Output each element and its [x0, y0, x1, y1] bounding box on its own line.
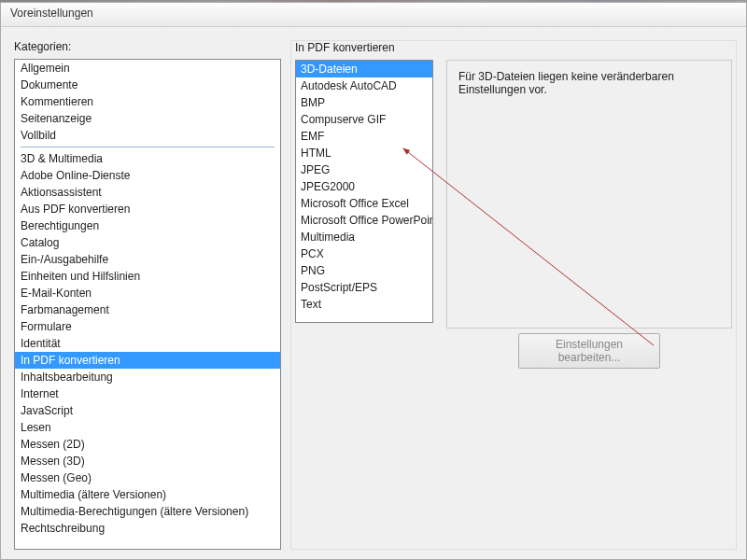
format-item[interactable]: PCX — [296, 245, 433, 262]
format-item[interactable]: EMF — [296, 128, 433, 145]
category-item[interactable]: Adobe Online-Dienste — [15, 167, 280, 184]
category-item[interactable]: Seitenanzeige — [15, 110, 280, 127]
window-title: Voreinstellungen — [10, 7, 93, 20]
category-item[interactable]: Rechtschreibung — [15, 520, 280, 537]
format-item[interactable]: BMP — [296, 94, 433, 111]
formats-listbox[interactable]: 3D-DateienAutodesk AutoCADBMPCompuserve … — [295, 60, 433, 323]
category-separator — [21, 147, 275, 147]
category-item[interactable]: Messen (3D) — [15, 453, 280, 469]
category-item[interactable]: Einheiten und Hilfslinien — [15, 268, 280, 285]
category-item[interactable]: Lesen — [15, 419, 280, 436]
format-item[interactable]: Multimedia — [296, 229, 433, 245]
category-item[interactable]: Farbmanagement — [15, 301, 280, 318]
right-panel-header: In PDF konvertieren — [291, 41, 736, 60]
category-item[interactable]: Aus PDF konvertieren — [15, 201, 280, 217]
category-item[interactable]: Dokumente — [15, 77, 280, 93]
category-item[interactable]: 3D & Multimedia — [15, 150, 280, 167]
categories-listbox[interactable]: AllgemeinDokumenteKommentierenSeitenanze… — [14, 59, 281, 550]
category-item[interactable]: Identität — [15, 335, 280, 352]
category-item[interactable]: Inhaltsbearbeitung — [15, 369, 280, 385]
category-item[interactable]: JavaScript — [15, 402, 280, 419]
edit-settings-button[interactable]: Einstellungen bearbeiten... — [518, 333, 660, 369]
format-item[interactable]: 3D-Dateien — [296, 61, 433, 77]
category-item[interactable]: Aktionsassistent — [15, 184, 280, 201]
format-item[interactable]: Text — [296, 296, 433, 313]
category-item[interactable]: Multimedia-Berechtigungen (ältere Versio… — [15, 503, 280, 520]
format-item[interactable]: HTML — [296, 145, 433, 161]
settings-group: Für 3D-Dateien liegen keine veränderbare… — [446, 60, 732, 329]
category-item[interactable]: Allgemein — [15, 60, 280, 77]
category-item[interactable]: Formulare — [15, 318, 280, 335]
format-item[interactable]: JPEG — [296, 161, 433, 178]
category-item[interactable]: Internet — [15, 385, 280, 402]
settings-description: Für 3D-Dateien liegen keine veränderbare… — [458, 70, 674, 96]
preferences-dialog: Voreinstellungen Kategorien: AllgemeinDo… — [0, 2, 747, 560]
category-item[interactable]: Kommentieren — [15, 93, 280, 110]
category-item[interactable]: Berechtigungen — [15, 217, 280, 234]
titlebar: Voreinstellungen — [1, 3, 746, 27]
category-item[interactable]: Vollbild — [15, 127, 280, 144]
format-item[interactable]: JPEG2000 — [296, 178, 433, 195]
format-item[interactable]: Autodesk AutoCAD — [296, 77, 433, 94]
category-item[interactable]: Multimedia (ältere Versionen) — [15, 486, 280, 503]
format-item[interactable]: Compuserve GIF — [296, 111, 433, 128]
categories-label: Kategorien: — [14, 40, 281, 53]
category-item[interactable]: Ein-/Ausgabehilfe — [15, 251, 280, 268]
category-item[interactable]: Messen (2D) — [15, 436, 280, 453]
format-item[interactable]: PNG — [296, 262, 433, 279]
category-item[interactable]: In PDF konvertieren — [15, 352, 280, 369]
category-item[interactable]: Catalog — [15, 234, 280, 251]
category-item[interactable]: Messen (Geo) — [15, 469, 280, 486]
format-item[interactable]: Microsoft Office Excel — [296, 195, 433, 212]
format-item[interactable]: PostScript/EPS — [296, 279, 433, 296]
format-item[interactable]: Microsoft Office PowerPoint — [296, 212, 433, 229]
category-item[interactable]: E-Mail-Konten — [15, 285, 280, 301]
